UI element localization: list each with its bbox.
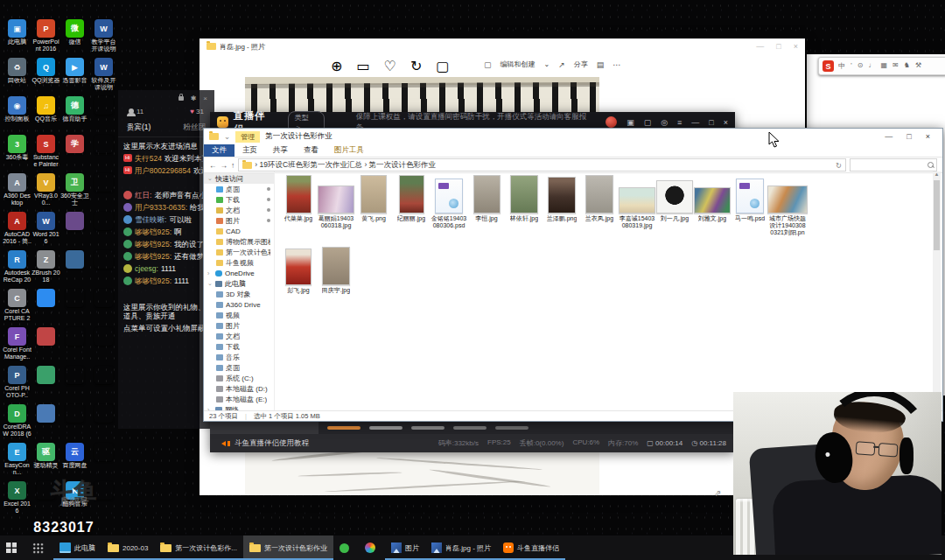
- taskbar-item[interactable]: 第一次设计色彩作业: [243, 536, 333, 560]
- share-icon[interactable]: ↗: [558, 60, 565, 69]
- desktop-icon[interactable]: P Corel PHOTO-P..: [3, 366, 32, 404]
- desktop-icon[interactable]: [89, 289, 118, 327]
- scrollbar[interactable]: ▲ ▼: [933, 172, 941, 410]
- zoom-icon[interactable]: ⊕: [331, 58, 342, 74]
- desktop-icon[interactable]: [60, 289, 89, 327]
- gear-icon[interactable]: ✱: [191, 94, 197, 102]
- desktop-icon[interactable]: [60, 212, 89, 250]
- desktop-icon[interactable]: 德 德育助手: [60, 96, 89, 135]
- desktop-icon[interactable]: E EasyConn...: [3, 443, 32, 481]
- sidebar-this-pc[interactable]: ⌄ 此电脑: [204, 278, 274, 289]
- desktop-icon[interactable]: [89, 327, 118, 366]
- taskbar-item[interactable]: [359, 536, 385, 560]
- tab-view[interactable]: 查看: [296, 145, 326, 156]
- desktop-icon[interactable]: [32, 327, 60, 366]
- sidebar-item[interactable]: 下载: [204, 341, 274, 352]
- desktop-icon[interactable]: 云 百度网盘: [60, 443, 89, 481]
- avatar[interactable]: [606, 116, 617, 128]
- scene-tab[interactable]: [411, 426, 444, 430]
- delete-icon[interactable]: ▭: [356, 58, 369, 74]
- tab-picture-tools[interactable]: 图片工具: [326, 145, 372, 156]
- desktop-icon[interactable]: V VRay3.00...: [32, 173, 60, 212]
- file-item[interactable]: 兰衣凤.jpg: [581, 173, 618, 222]
- file-item[interactable]: 刘一凡.jpg: [656, 173, 693, 222]
- file-item[interactable]: 马一鸣.psd: [732, 173, 768, 222]
- desktop-icon[interactable]: R Autodesk ReCap 2016: [3, 250, 32, 289]
- desktop-icon[interactable]: D CorelDRAW 2018 (64-..: [3, 404, 32, 443]
- desktop-icon[interactable]: A A360 Desktop: [3, 173, 32, 212]
- breadcrumb[interactable]: › 19环设C班色彩第一次作业汇总 › 第一次设计色彩作业 ↻: [238, 158, 846, 172]
- sidebar-quick-access[interactable]: ⌄快速访问: [204, 173, 274, 184]
- desktop-icon[interactable]: P PowerPoint 2016: [32, 19, 60, 58]
- desktop-icon[interactable]: Q QQ浏览器: [32, 58, 60, 96]
- window-capture-icon[interactable]: ▢: [644, 118, 652, 127]
- desktop-icon[interactable]: [32, 404, 60, 443]
- desktop-icon[interactable]: [60, 404, 89, 443]
- toolbar-icon[interactable]: ⚒: [915, 61, 921, 71]
- desktop-icon[interactable]: W Word 2016: [32, 212, 60, 250]
- desktop-icon[interactable]: C Corel CAPTURE 2018: [3, 289, 32, 327]
- sogou-input-toolbar[interactable]: S 中’⊙♩▦✉♞⚒: [818, 57, 945, 75]
- desktop-icon[interactable]: 3 360杀毒: [3, 135, 32, 173]
- desktop-icon[interactable]: [89, 96, 118, 135]
- view-actual-size-icon[interactable]: ▢: [484, 60, 492, 69]
- file-item[interactable]: 纪丽丽.jpg: [393, 173, 430, 222]
- sidebar-item[interactable]: 博物馆展示图板3: [204, 236, 274, 247]
- maximize-button[interactable]: □: [776, 42, 780, 51]
- tab-vip[interactable]: 贵宾(1): [127, 122, 150, 133]
- taskbar-item[interactable]: 2020-03: [102, 536, 154, 560]
- maximize-button[interactable]: □: [709, 118, 713, 127]
- sidebar-item[interactable]: 下载: [204, 194, 274, 205]
- desktop-icon[interactable]: [89, 443, 118, 481]
- taskbar-item[interactable]: [333, 536, 359, 560]
- toolbar-icon[interactable]: ♞: [904, 61, 910, 71]
- file-item[interactable]: 刘雅文.jpg: [694, 173, 731, 222]
- scene-tab[interactable]: [453, 426, 486, 430]
- record-icon[interactable]: ◎: [661, 118, 668, 127]
- file-item[interactable]: 城市广场快题设计19403080321刘阳.png: [769, 173, 806, 238]
- close-icon[interactable]: ×: [203, 94, 207, 102]
- file-item[interactable]: 金铭铭19403080306.psd: [430, 173, 467, 229]
- minimize-button[interactable]: —: [691, 118, 699, 127]
- desktop-icon[interactable]: [60, 250, 89, 289]
- taskbar-item[interactable]: 此电脑: [53, 536, 102, 560]
- sogou-logo-icon[interactable]: S: [822, 60, 834, 72]
- edit-create-button[interactable]: 编辑和创建: [500, 60, 536, 69]
- desktop-icon[interactable]: F Corel Font Manage..: [3, 327, 32, 366]
- desktop-icon[interactable]: [89, 135, 118, 173]
- desktop-icon[interactable]: [89, 250, 118, 289]
- favorite-icon[interactable]: ♡: [384, 58, 396, 74]
- screen-capture-icon[interactable]: ▣: [626, 118, 634, 127]
- desktop-icon[interactable]: [89, 481, 118, 520]
- menu-icon[interactable]: ≡: [677, 118, 682, 127]
- back-icon[interactable]: ←: [209, 161, 217, 170]
- desktop-icon[interactable]: [60, 327, 89, 366]
- share-button[interactable]: 分享: [574, 60, 588, 69]
- file-item[interactable]: 林依轩.jpg: [506, 173, 542, 222]
- close-button[interactable]: ×: [794, 42, 798, 51]
- tab-share[interactable]: 共享: [265, 145, 296, 156]
- scrollbar-thumb[interactable]: [934, 180, 940, 250]
- tab-file[interactable]: 文件: [204, 144, 234, 157]
- file-item[interactable]: 葛丽娟19403060318.jpg: [318, 173, 354, 229]
- crop-icon[interactable]: ▢: [436, 58, 449, 74]
- sidebar-item[interactable]: 视频: [204, 310, 274, 320]
- sidebar-item[interactable]: 图片: [204, 320, 274, 331]
- search-input[interactable]: [850, 158, 937, 172]
- file-item[interactable]: 黄飞.png: [355, 173, 392, 222]
- desktop-icon[interactable]: [89, 366, 118, 404]
- desktop-icon[interactable]: 学: [60, 135, 89, 173]
- sidebar-item[interactable]: A360 Drive: [204, 299, 274, 310]
- file-item[interactable]: 李嘉诚15403080319.jpg: [619, 173, 655, 229]
- sidebar-item[interactable]: 文档: [204, 331, 274, 341]
- sidebar-item[interactable]: 本地磁盘 (E:): [204, 394, 274, 404]
- toolbar-icon[interactable]: ⊙: [858, 61, 864, 71]
- up-icon[interactable]: ↑: [231, 161, 234, 170]
- sidebar-onedrive[interactable]: › OneDrive: [204, 268, 274, 278]
- desktop-icon[interactable]: [60, 366, 89, 404]
- minimize-button[interactable]: —: [756, 42, 764, 51]
- desktop-icon[interactable]: ◉ 控制面板: [3, 96, 32, 135]
- taskbar-item[interactable]: 肖磊.jpg - 照片: [425, 536, 497, 560]
- print-icon[interactable]: ▤: [597, 60, 605, 69]
- scene-tab[interactable]: [369, 426, 402, 430]
